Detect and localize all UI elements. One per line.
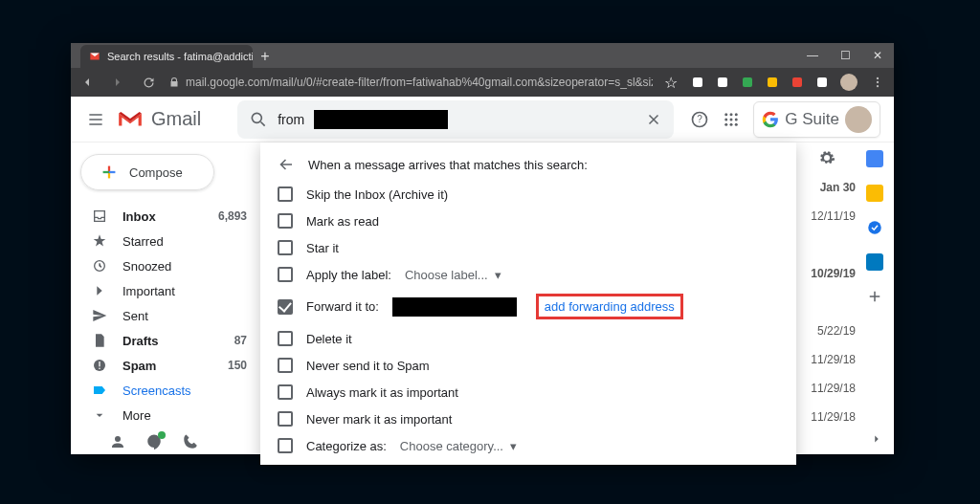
checkbox[interactable] [278,331,293,346]
bookmark-star-icon[interactable]: ☆ [662,74,679,91]
phone-icon[interactable] [182,433,199,450]
checkbox[interactable] [278,240,293,255]
filter-option-5[interactable]: Delete it [260,325,796,352]
checkbox[interactable] [278,358,293,373]
settings-gear-button[interactable] [798,142,856,173]
account-avatar[interactable] [845,106,872,133]
maximize-button[interactable]: ☐ [829,43,861,68]
checkbox[interactable] [278,411,293,427]
checkbox[interactable] [278,438,293,453]
compose-label: Compose [129,165,183,180]
new-tab-button[interactable]: + [253,45,278,68]
filter-option-6[interactable]: Never send it to Spam [260,352,796,379]
filter-option-7[interactable]: Always mark it as important [260,379,796,405]
search-bar[interactable]: from [237,100,674,139]
tab-title: Search results - fatima@addictiv [107,51,253,62]
sidebar-item-snoozed[interactable]: Snoozed [71,253,260,278]
filter-option-0[interactable]: Skip the Inbox (Archive it) [260,181,796,208]
wallet-icon[interactable] [739,74,756,91]
main-menu-button[interactable] [84,110,107,129]
filter-select[interactable]: Choose label... ▾ [405,268,501,282]
tab-bar: Search results - fatima@addictiv × + — ☐… [71,43,894,68]
tag-icon[interactable] [714,74,731,91]
gsuite-logo-icon [762,111,779,128]
tasks-icon[interactable] [866,219,883,236]
mail-row-date: Jan 30 [798,173,856,202]
search-redacted-value [314,110,448,129]
clock-icon [92,258,107,274]
plus-icon[interactable] [866,288,883,305]
gmail-logo-icon [117,109,144,130]
filter-option-label: Star it [306,241,339,255]
record-icon[interactable] [789,74,806,91]
trello-icon[interactable] [866,253,883,271]
close-window-button[interactable]: ✕ [861,43,894,68]
keep-icon[interactable] [866,185,883,202]
mail-row-date: 10/29/19 [798,259,856,288]
calendar-icon[interactable] [866,150,883,167]
checkbox[interactable] [278,384,293,400]
checkbox[interactable] [278,186,293,202]
svg-point-11 [735,118,738,121]
filter-option-9[interactable]: Categorize as: Choose category... ▾ [260,432,796,459]
filter-option-3[interactable]: Apply the label: Choose label... ▾ [260,261,796,288]
url-field[interactable]: mail.google.com/mail/u/0/#create-filter/… [168,76,653,89]
add-forwarding-address-link[interactable]: add forwarding address [545,299,675,314]
filter-option-label: Forward it to: [306,299,379,314]
contacts-icon[interactable] [109,433,126,450]
svg-point-0 [877,77,879,79]
sidebar-item-inbox[interactable]: Inbox6,893 [71,204,260,229]
filter-option-4[interactable]: Forward it to:add forwarding address [260,288,796,325]
filter-option-label: Delete it [306,332,352,346]
checkbox[interactable] [278,267,293,282]
mail-row-date: 11/29/18 [798,403,856,431]
star-fav-icon[interactable] [764,74,781,91]
gmail-favicon-icon [88,50,101,63]
browser-menu-button[interactable] [867,72,888,93]
sidebar-item-starred[interactable]: Starred [71,229,260,253]
sidebar-item-count: 87 [234,334,247,347]
hangouts-footer [71,427,260,454]
mail-row-date [798,288,856,317]
hangouts-icon[interactable] [145,433,163,450]
address-bar: mail.google.com/mail/u/0/#create-filter/… [71,68,894,97]
gmail-wordmark: Gmail [151,108,201,130]
send-icon [92,308,107,323]
filter-option-2[interactable]: Star it [260,234,796,261]
sidebar-item-sent[interactable]: Sent [71,303,260,328]
star-icon[interactable] [689,74,706,91]
gmail-header: Gmail from ? [71,97,894,142]
sidebar-item-spam[interactable]: Spam150 [71,353,260,378]
forward-button[interactable] [107,72,128,93]
sidebar-item-more[interactable]: More [71,403,260,427]
apps-grid-button[interactable] [723,111,740,128]
minimize-button[interactable]: — [796,43,829,68]
sidebar: Compose Inbox6,893StarredSnoozedImportan… [71,142,260,454]
side-panel-toggle[interactable] [865,427,888,450]
filter-option-1[interactable]: Mark as read [260,208,796,234]
sidebar-item-important[interactable]: Important [71,278,260,303]
filter-option-label: Never mark it as important [306,412,452,427]
forward-address-redacted [392,297,517,317]
compose-button[interactable]: Compose [80,154,214,190]
filter-option-8[interactable]: Never mark it as important [260,405,796,432]
checkbox[interactable] [278,299,293,315]
gsuite-badge[interactable]: G Suite [753,101,880,138]
clear-search-button[interactable] [645,111,662,128]
profile-avatar[interactable] [840,74,858,91]
reload-button[interactable] [138,72,159,93]
back-arrow-button[interactable] [278,156,295,173]
svg-point-12 [725,122,728,125]
sidebar-item-drafts[interactable]: Drafts87 [71,328,260,353]
help-button[interactable]: ? [690,110,709,129]
filter-select[interactable]: Choose category... ▾ [400,439,517,453]
svg-rect-18 [99,368,100,369]
browser-tab[interactable]: Search results - fatima@addictiv × [80,45,253,68]
search-icon[interactable] [249,110,268,129]
gmail-logo[interactable]: Gmail [117,108,201,130]
sidebar-item-label: Drafts [122,334,159,348]
ghost-icon[interactable] [813,74,831,91]
back-button[interactable] [77,72,98,93]
sidebar-item-screencasts[interactable]: Screencasts [71,378,260,403]
checkbox[interactable] [278,213,293,229]
